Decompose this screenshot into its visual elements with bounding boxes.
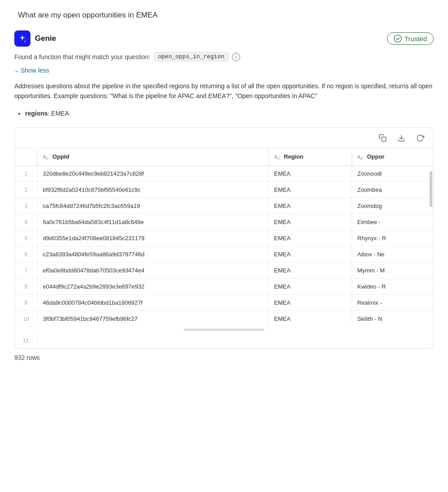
cell-opportunity: Aibox - Ne [352, 246, 433, 263]
genie-header-left: Genie [14, 30, 56, 47]
cell-rownum: 2 [15, 182, 37, 198]
horizontal-scrollbar[interactable] [184, 328, 264, 331]
rows-count: 932 rows [14, 354, 434, 361]
download-button[interactable] [396, 132, 407, 144]
cell-region: EMEA [268, 198, 352, 214]
genie-title: Genie [35, 34, 56, 43]
cell-oppid: bf932f6d2a02410c875bf95540e61c9c [37, 182, 268, 198]
col-header-oppid[interactable]: AC OppId [37, 149, 268, 166]
svg-rect-1 [382, 137, 386, 142]
cell-opportunity: Zoonoodl [352, 166, 433, 182]
data-table-container: AC OppId AC Region AC Oppor [14, 127, 434, 349]
cell-oppid: 3f0bf73bf05941bc9467759efb96fc27 [37, 311, 268, 327]
cell-oppid: ef0a0e8bdd80478dab70503ce93474e4 [37, 263, 268, 279]
cell-oppid: 6a0c761b5ba64da583c4f11d1a8c648e [37, 214, 268, 230]
next-row-number: 11 [15, 333, 37, 348]
function-prefix: Found a function that might match your q… [14, 53, 151, 60]
params-list: regions: EMEA [25, 108, 434, 118]
cell-opportunity: Realmix - [352, 295, 433, 311]
cell-oppid: d9d0355e1da24f708ee081845c231179 [37, 230, 268, 246]
function-line: Found a function that might match your q… [14, 52, 434, 61]
cell-region: EMEA [268, 263, 352, 279]
param-item: regions: EMEA [25, 108, 434, 118]
cell-opportunity: Eimbee - [352, 214, 433, 230]
info-icon[interactable]: i [232, 53, 240, 61]
refresh-button[interactable] [414, 132, 426, 144]
data-table: AC OppId AC Region AC Oppor [15, 149, 433, 348]
cell-oppid: 46da9c0000784c04bfdbd1ba1806927f [37, 295, 268, 311]
param-value: EMEA [51, 110, 69, 117]
cell-oppid: 320dbe8e20c449ec9eb821423a7c828f [37, 166, 268, 182]
table-row: 10 3f0bf73bf05941bc9467759efb96fc27 EMEA… [15, 311, 433, 327]
table-header-row: AC OppId AC Region AC Oppor [15, 149, 433, 166]
genie-card: Genie Trusted Found a function that migh… [14, 30, 434, 361]
genie-header: Genie Trusted [14, 30, 434, 47]
table-row: 5 d9d0355e1da24f708ee081845c231179 EMEA … [15, 230, 433, 246]
cell-opportunity: Kwideo - R [352, 279, 433, 295]
cell-rownum: 5 [15, 230, 37, 246]
cell-rownum: 6 [15, 246, 37, 263]
vertical-scrollbar[interactable] [430, 171, 432, 207]
cell-opportunity: Zoombea [352, 182, 433, 198]
col-label-oppid: OppId [52, 153, 69, 160]
trusted-badge: Trusted [387, 32, 434, 45]
cell-region: EMEA [268, 246, 352, 263]
show-less-label: Show less [21, 67, 49, 74]
cell-opportunity: Mymm - M [352, 263, 433, 279]
table-row: 2 bf932f6d2a02410c875bf95540e61c9c EMEA … [15, 182, 433, 198]
col-type-opp: AC [358, 154, 364, 160]
table-row: 6 c23a8393a4804fe59aa86a9d3797746d EMEA … [15, 246, 433, 263]
table-row: 4 6a0c761b5ba64da583c4f11d1a8c648e EMEA … [15, 214, 433, 230]
table-scroll-area[interactable]: AC OppId AC Region AC Oppor [15, 149, 433, 348]
cell-opportunity: Skilith - N [352, 311, 433, 327]
svg-point-0 [394, 35, 401, 42]
page-question: What are my open opportunities in EMEA [14, 11, 434, 20]
table-scroll-wrapper: AC OppId AC Region AC Oppor [15, 149, 433, 348]
description-text: Addresses questions about the pipeline i… [14, 81, 434, 101]
col-type-region: AC [274, 154, 280, 160]
cell-region: EMEA [268, 311, 352, 327]
table-toolbar [15, 128, 433, 149]
cell-rownum: 3 [15, 198, 37, 214]
cell-oppid: ca75fc84dd7246d7b5fc2fc3ac659a19 [37, 198, 268, 214]
cell-rownum: 1 [15, 166, 37, 182]
table-row: 9 46da9c0000784c04bfdbd1ba1806927f EMEA … [15, 295, 433, 311]
next-row-indicator: 11 [15, 333, 433, 348]
copy-button[interactable] [377, 132, 388, 144]
cell-region: EMEA [268, 166, 352, 182]
trusted-label: Trusted [405, 35, 427, 43]
function-tag: open_opps_in_region [154, 52, 228, 61]
cell-region: EMEA [268, 182, 352, 198]
cell-rownum: 4 [15, 214, 37, 230]
cell-region: EMEA [268, 295, 352, 311]
table-row: 7 ef0a0e8bdd80478dab70503ce93474e4 EMEA … [15, 263, 433, 279]
cell-rownum: 9 [15, 295, 37, 311]
show-less-button[interactable]: ⌄ Show less [14, 65, 49, 76]
genie-icon [14, 30, 30, 47]
col-label-region: Region [284, 153, 303, 160]
col-type-oppid: AC [43, 154, 49, 160]
chevron-down-icon: ⌄ [14, 67, 19, 73]
cell-region: EMEA [268, 214, 352, 230]
cell-region: EMEA [268, 279, 352, 295]
cell-opportunity: Zoomdog [352, 198, 433, 214]
table-row: 8 e044df9c272a4a2b9e2893e3e697e932 EMEA … [15, 279, 433, 295]
col-header-region[interactable]: AC Region [268, 149, 352, 166]
cell-region: EMEA [268, 230, 352, 246]
table-row: 1 320dbe8e20c449ec9eb821423a7c828f EMEA … [15, 166, 433, 182]
horizontal-scrollbar-row [15, 327, 433, 333]
cell-oppid: c23a8393a4804fe59aa86a9d3797746d [37, 246, 268, 263]
col-label-opp: Oppor [367, 153, 384, 160]
cell-oppid: e044df9c272a4a2b9e2893e3e697e932 [37, 279, 268, 295]
cell-rownum: 10 [15, 311, 37, 327]
table-row: 3 ca75fc84dd7246d7b5fc2fc3ac659a19 EMEA … [15, 198, 433, 214]
cell-opportunity: Rhynyx - R [352, 230, 433, 246]
cell-rownum: 8 [15, 279, 37, 295]
col-header-opportunity[interactable]: AC Oppor [352, 149, 433, 166]
cell-rownum: 7 [15, 263, 37, 279]
col-header-rownum [15, 149, 37, 166]
param-label: regions [25, 110, 48, 117]
